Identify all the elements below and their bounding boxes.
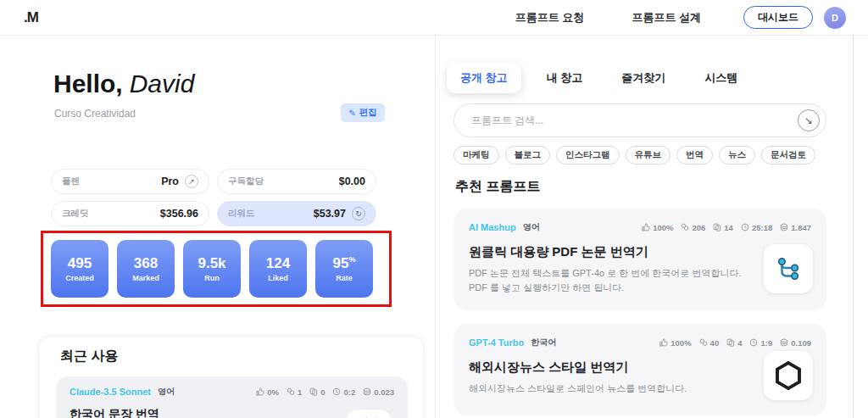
plan-card[interactable]: 플랜 Pro ↗ <box>51 169 209 194</box>
cost-value: 1.847 <box>791 223 811 232</box>
edit-profile-button[interactable]: ✎ 편집 <box>341 103 385 122</box>
stat-label: Rate <box>336 274 353 282</box>
chip-news[interactable]: 뉴스 <box>719 146 755 164</box>
time-value: 0:2 <box>343 387 355 397</box>
stat-label: Run <box>204 274 220 282</box>
flow-branch-icon <box>764 244 813 293</box>
chip-translation[interactable]: 번역 <box>676 146 713 164</box>
language-tag: 한국어 <box>531 337 556 348</box>
prompt-title: 원클릭 대용량 PDF 논문 번역기 <box>469 244 811 260</box>
tab-system[interactable]: 시스템 <box>691 63 751 93</box>
pencil-icon: ✎ <box>348 108 356 118</box>
plan-label: 플랜 <box>62 176 80 187</box>
prompt-stats: 0% 1 0 0:2 0.023 <box>256 387 394 397</box>
run-button[interactable]: 실행 <box>345 409 392 418</box>
time-value: 1:9 <box>760 338 772 348</box>
credit-label: 크레딧 <box>62 208 89 220</box>
page-title: Hello,David <box>53 70 194 98</box>
top-nav: .M 프롬프트 요청 프롬프트 설계 대시보드 D <box>0 0 868 36</box>
model-name: GPT-4 Turbo <box>469 337 524 348</box>
prompt-card[interactable]: AI Mashup 영어 100% 206 14 25:18 1.847 원클릭… <box>453 209 826 310</box>
like-value: 100% <box>653 223 673 232</box>
right-edge-line <box>853 36 854 418</box>
like-value: 100% <box>670 338 691 348</box>
nav-prompt-design[interactable]: 프롬프트 설계 <box>632 10 701 25</box>
dashboard-button[interactable]: 대시보드 <box>743 6 813 29</box>
subscription-value: $0.00 <box>339 176 365 187</box>
stat-label: Liked <box>268 274 288 282</box>
time-icon <box>332 387 341 396</box>
copies-value: 0 <box>320 387 325 397</box>
reward-card[interactable]: 리워드 $53.97 ↻ <box>217 201 376 226</box>
panel-divider <box>435 36 436 418</box>
cost-value: 0.109 <box>791 338 811 348</box>
tab-my-warehouse[interactable]: 내 창고 <box>533 63 597 93</box>
chip-marketing[interactable]: 마케팅 <box>453 146 499 164</box>
runs-value: 206 <box>692 223 705 232</box>
runs-value: 1 <box>298 387 302 397</box>
stat-tile-rate[interactable]: 95% Rate <box>315 240 373 298</box>
tab-public-warehouse[interactable]: 공개 창고 <box>447 63 521 93</box>
recent-prompt-item[interactable]: Claude-3.5 Sonnet 영어 0% 1 0 0:2 0.023 한국… <box>56 376 408 418</box>
app-root: .M 프롬프트 요청 프롬프트 설계 대시보드 D Hello,David Cu… <box>0 0 868 418</box>
redeem-icon[interactable]: ↻ <box>352 207 365 220</box>
prompt-title: 해외시장뉴스 스타일 번역기 <box>469 359 811 376</box>
prompt-description: PDF 논문 전체 텍스트를 GPT-4o 로 한 번에 한국어로 번역합니다.… <box>469 266 761 295</box>
model-name: AI Mashup <box>469 222 516 232</box>
prompt-stats: 100% 40 4 1:9 0.109 <box>659 338 811 348</box>
search-input[interactable] <box>471 114 798 126</box>
tab-favorites[interactable]: 즐겨찾기 <box>608 63 679 93</box>
time-icon <box>749 338 758 347</box>
runs-icon <box>681 223 689 231</box>
prompt-meta-row: GPT-4 Turbo 한국어 100% 40 4 1:9 0.109 <box>469 337 811 348</box>
subscription-card[interactable]: 구독할당 $0.00 <box>217 169 376 194</box>
chip-instagram[interactable]: 인스타그램 <box>556 146 620 164</box>
user-name: David <box>130 70 195 98</box>
subscription-label: 구독할당 <box>228 176 264 187</box>
stat-tile-run[interactable]: 9.5k Run <box>183 240 241 298</box>
brand-logo[interactable]: .M <box>24 9 38 26</box>
copies-icon <box>309 387 318 396</box>
copies-icon <box>726 338 735 347</box>
stat-value: 495 <box>68 255 92 272</box>
stat-tile-liked[interactable]: 124 Liked <box>249 240 307 298</box>
greeting-text: Hello, <box>53 70 123 98</box>
category-chips: 마케팅 블로그 인스타그램 유튜브 번역 뉴스 문서검토 <box>453 146 815 164</box>
copies-value: 14 <box>724 223 733 232</box>
library-tabs: 공개 창고 내 창고 즐겨찾기 시스템 <box>447 63 751 93</box>
model-name: Claude-3.5 Sonnet <box>70 387 151 397</box>
stat-label: Marked <box>132 274 159 282</box>
reward-label: 리워드 <box>228 208 255 220</box>
credit-value: $356.96 <box>160 208 198 220</box>
search-submit-icon[interactable]: ↘ <box>798 109 820 131</box>
like-icon <box>642 223 650 231</box>
runs-icon <box>287 387 295 396</box>
avatar[interactable]: D <box>824 7 846 29</box>
prompt-card[interactable]: GPT-4 Turbo 한국어 100% 40 4 1:9 0.109 해외시장… <box>453 324 826 415</box>
time-icon <box>741 223 749 231</box>
cost-value: 0.023 <box>374 387 394 397</box>
prompt-meta-row: AI Mashup 영어 100% 206 14 25:18 1.847 <box>469 221 811 233</box>
plan-value: Pro <box>161 176 179 187</box>
chip-doc-review[interactable]: 문서검토 <box>761 146 815 164</box>
profile-subtitle: Curso Creatividad <box>54 108 136 120</box>
nav-links: 프롬프트 요청 프롬프트 설계 대시보드 D <box>515 6 846 29</box>
credit-card[interactable]: 크레딧 $356.96 <box>51 201 209 226</box>
edit-label: 편집 <box>359 107 377 119</box>
chip-blog[interactable]: 블로그 <box>505 146 551 164</box>
reward-value: $53.97 <box>314 208 346 220</box>
nav-prompt-request[interactable]: 프롬프트 요청 <box>515 10 585 25</box>
stat-value: 95% <box>333 255 356 272</box>
stat-tile-marked[interactable]: 368 Marked <box>117 240 175 298</box>
recent-section-title: 최근 사용 <box>60 348 118 365</box>
search-bar: ↘ <box>453 103 826 137</box>
recent-usage-card: 최근 사용 Claude-3.5 Sonnet 영어 0% 1 0 0:2 0.… <box>38 336 424 418</box>
stat-tile-created[interactable]: 495 Created <box>51 240 108 298</box>
openai-icon <box>764 351 813 400</box>
like-icon <box>256 387 264 396</box>
chip-youtube[interactable]: 유튜브 <box>626 146 671 164</box>
cost-icon <box>363 387 371 396</box>
upgrade-icon[interactable]: ↗ <box>185 175 198 188</box>
stat-label: Created <box>65 274 94 282</box>
copies-value: 4 <box>737 338 742 348</box>
